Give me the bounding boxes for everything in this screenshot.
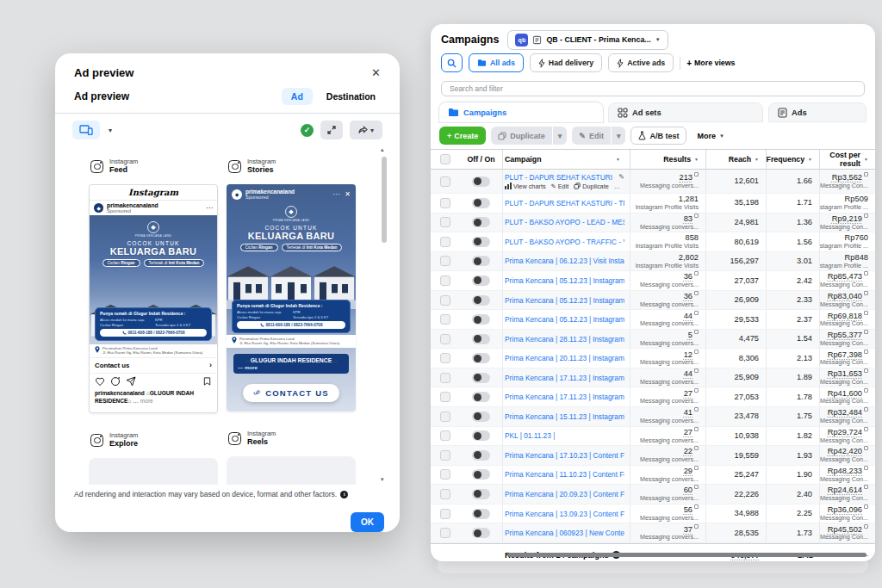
attribution-icon[interactable] [864, 368, 868, 373]
more-link[interactable]: — more [238, 364, 345, 370]
row-checkbox[interactable] [440, 237, 450, 247]
row-checkbox[interactable] [440, 412, 450, 422]
attribution-icon[interactable] [694, 172, 699, 176]
attribution-icon[interactable] [864, 446, 868, 450]
row-checkbox[interactable] [440, 489, 450, 499]
campaign-toggle[interactable] [472, 237, 490, 247]
view-tab-active-ads[interactable]: Active ads [608, 53, 674, 72]
campaign-toggle[interactable] [472, 176, 490, 187]
campaign-link[interactable]: Prima Kencana | 17.11.23 | Instagram Cha… [505, 393, 624, 401]
attribution-icon[interactable] [694, 446, 699, 450]
campaign-link[interactable]: Prima Kencana | 20.11.23 | Instagram Cha… [505, 354, 624, 362]
attribution-icon[interactable] [694, 407, 699, 412]
campaign-toggle[interactable] [472, 256, 490, 266]
attribution-icon[interactable] [864, 291, 868, 295]
account-selector[interactable]: qb QB - CLIENT - Prima Kenca... ▼ [507, 30, 668, 50]
duplicate-caret[interactable]: ▾ [553, 127, 568, 145]
contact-us-cta[interactable]: CONTACT US [243, 384, 339, 402]
column-results[interactable]: Results [663, 155, 691, 164]
attribution-icon[interactable] [864, 504, 868, 509]
attribution-icon[interactable] [864, 214, 868, 218]
campaign-toggle[interactable] [472, 334, 490, 344]
campaign-link[interactable]: Prima Kencana | 17.11.23 | Instagram Cha… [505, 374, 624, 382]
pencil-icon[interactable]: ✎ [618, 173, 624, 181]
expand-button[interactable] [320, 121, 343, 139]
attribution-icon[interactable] [864, 524, 868, 529]
campaign-link[interactable]: Prima Kencana | 17.10.23 | Content Feed [505, 451, 624, 460]
campaign-link[interactable]: Prima Kencana | 20.09.23 | Content Feed … [505, 490, 624, 498]
tab-ad[interactable]: Ad [282, 88, 313, 105]
search-input[interactable] [441, 81, 865, 96]
attribution-icon[interactable] [864, 350, 868, 354]
campaign-toggle[interactable] [472, 198, 490, 208]
more-options-icon[interactable]: ⋯ [332, 190, 339, 198]
campaign-link[interactable]: Prima Kencana | 15.11.23 | Instagram Cha… [505, 412, 624, 421]
view-tab-had-delivery[interactable]: Had delivery [530, 53, 602, 72]
row-checkbox[interactable] [440, 528, 450, 538]
campaign-link[interactable]: Prima Kencana | 06.12.23 | Visit Instagr… [505, 257, 624, 265]
view-charts-action[interactable]: View charts [505, 183, 546, 190]
row-checkbox[interactable] [440, 314, 450, 325]
column-off-on[interactable]: Off / On [467, 155, 494, 164]
scrollbar-thumb[interactable] [382, 157, 387, 243]
campaign-link[interactable]: Prima Kencana | 060923 | New Content Fee… [505, 529, 624, 537]
more-button[interactable]: More ▼ [697, 132, 724, 140]
tab-ads[interactable]: Ads [768, 102, 866, 122]
comment-icon[interactable] [110, 376, 121, 387]
campaign-toggle[interactable] [472, 430, 490, 441]
more-link[interactable]: more [140, 398, 153, 404]
bookmark-icon[interactable] [202, 376, 212, 387]
attribution-icon[interactable] [864, 427, 868, 431]
sort-caret-icon[interactable]: ▼ [755, 157, 759, 162]
tab-destination[interactable]: Destination [326, 91, 376, 102]
preview-scrollbar[interactable]: ▴ ▾ [381, 146, 388, 483]
attribution-icon[interactable] [864, 330, 868, 334]
create-button[interactable]: + Create [439, 127, 486, 145]
tab-campaigns[interactable]: Campaigns [439, 102, 603, 122]
sort-caret-icon[interactable]: ▼ [694, 157, 699, 162]
campaign-toggle[interactable] [472, 275, 490, 286]
tab-ad-sets[interactable]: Ad sets [608, 102, 763, 122]
campaign-link[interactable]: PKL | 01.11.23 | [505, 431, 555, 440]
device-dropdown-caret[interactable]: ▾ [109, 127, 112, 134]
attribution-icon[interactable] [694, 330, 699, 334]
close-story-icon[interactable]: ✕ [345, 190, 351, 198]
campaign-toggle[interactable] [472, 217, 490, 227]
campaign-link[interactable]: Prima Kencana | 05.12.23 | Instagram Cha… [505, 315, 624, 324]
column-frequency[interactable]: Frequency [767, 155, 804, 164]
row-checkbox[interactable] [440, 334, 450, 344]
ok-button[interactable]: OK [351, 512, 384, 532]
attribution-icon[interactable] [864, 466, 868, 470]
row-checkbox[interactable] [440, 430, 450, 441]
row-checkbox[interactable] [440, 450, 450, 461]
row-checkbox[interactable] [440, 217, 450, 227]
row-checkbox[interactable] [440, 176, 450, 187]
duplicate-button[interactable]: Duplicate [491, 127, 552, 145]
preview-scroll-area[interactable]: Instagram Feed Instagram ◆ primakencanal… [55, 145, 400, 485]
attribution-icon[interactable] [694, 504, 699, 509]
share-caret[interactable]: ▾ [370, 127, 374, 134]
campaign-toggle[interactable] [472, 489, 490, 499]
campaign-toggle[interactable] [472, 450, 490, 461]
row-checkbox[interactable] [440, 392, 450, 402]
edit-button[interactable]: ✎ Edit [572, 127, 611, 145]
row-checkbox[interactable] [440, 353, 450, 363]
row-checkbox[interactable] [440, 295, 450, 306]
attribution-icon[interactable] [694, 368, 699, 373]
campaign-toggle[interactable] [472, 295, 490, 306]
campaign-link[interactable]: Prima Kencana | 05.12.23 | Instagram Cha… [505, 296, 624, 305]
attribution-icon[interactable] [694, 466, 699, 470]
campaign-link[interactable]: PLUT - DAPUR SEHAT KASTURI - LEAD - ME..… [505, 173, 615, 182]
more-options-icon[interactable]: ⋯ [206, 204, 213, 212]
device-preview-button[interactable] [72, 121, 100, 139]
campaign-link[interactable]: PLUT - DAPUR SEHAT KASTURI - TRAFFIC - V… [505, 199, 624, 207]
sort-caret-icon[interactable]: ▼ [808, 157, 812, 162]
like-icon[interactable] [95, 376, 105, 387]
campaign-toggle[interactable] [472, 314, 490, 325]
sort-caret-icon[interactable]: ▼ [864, 157, 868, 162]
attribution-icon[interactable] [864, 271, 868, 275]
attribution-icon[interactable] [694, 427, 699, 431]
attribution-icon[interactable] [694, 271, 699, 275]
campaign-link[interactable]: PLUT - BAKSO AYOPO - TRAFFIC - VISIT IG … [505, 238, 624, 246]
attribution-icon[interactable] [864, 485, 868, 489]
